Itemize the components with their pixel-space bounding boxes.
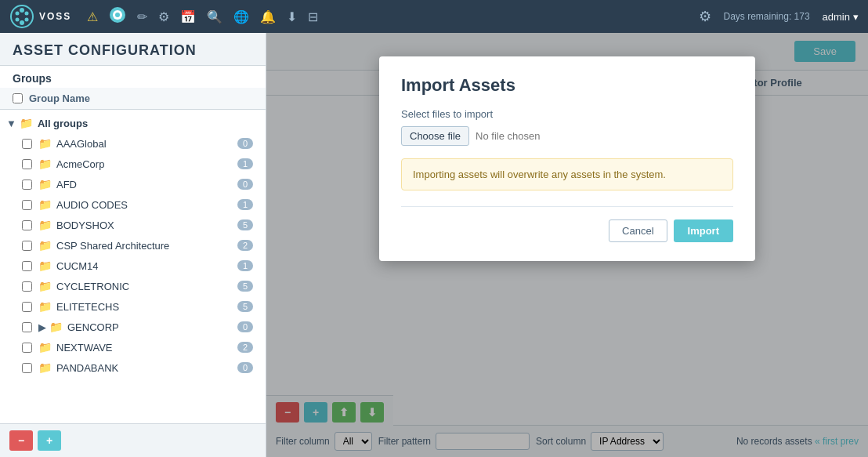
group-checkbox[interactable] — [22, 241, 32, 251]
add-group-button[interactable]: + — [38, 430, 61, 451]
folder-icon: 📁 — [38, 259, 52, 272]
group-checkbox[interactable] — [22, 261, 32, 271]
admin-chevron-icon: ▾ — [853, 11, 859, 23]
sidebar-header: ASSET CONFIGURATION — [0, 33, 266, 66]
modal-title: Import Assets — [401, 75, 733, 96]
folder-icon: 📁 — [20, 117, 33, 129]
list-item[interactable]: ▶ 📁 GENCORP 0 — [0, 317, 266, 337]
warning-message: Importing assets will overwrite any asse… — [401, 158, 733, 190]
folder-icon: 📁 — [38, 361, 52, 374]
list-item[interactable]: 📁 BODYSHOX 5 — [0, 215, 266, 235]
modal-divider — [401, 206, 733, 207]
modal-actions: Cancel Import — [401, 219, 733, 242]
svg-point-4 — [20, 20, 24, 25]
sidebar: ASSET CONFIGURATION Groups Group Name ▼ … — [0, 33, 266, 457]
search-icon[interactable]: 🔍 — [207, 9, 222, 24]
admin-menu[interactable]: admin ▾ — [823, 11, 859, 23]
list-item[interactable]: 📁 NEXTWAVE 2 — [0, 337, 266, 357]
group-name-header: Group Name — [0, 88, 266, 110]
all-groups-item[interactable]: ▼ 📁 All groups — [0, 113, 266, 133]
file-input-row: Choose file No file chosen — [401, 126, 733, 146]
cancel-button[interactable]: Cancel — [609, 219, 667, 242]
list-item[interactable]: 📁 ELITETECHS 5 — [0, 296, 266, 317]
list-item[interactable]: 📁 CYCLETRONIC 5 — [0, 276, 266, 296]
select-all-checkbox[interactable] — [13, 93, 23, 103]
page-title: ASSET CONFIGURATION — [13, 42, 253, 59]
groups-label: Groups — [0, 66, 266, 88]
network-icon[interactable]: 🌐 — [233, 9, 249, 24]
calendar-icon[interactable]: 📅 — [180, 9, 196, 24]
list-item[interactable]: 📁 AUDIO CODES 1 — [0, 194, 266, 215]
folder-icon: 📁 — [49, 321, 63, 333]
group-checkbox[interactable] — [22, 281, 32, 292]
import-button[interactable]: Import — [674, 219, 733, 242]
svg-point-6 — [16, 12, 20, 16]
group-checkbox[interactable] — [22, 322, 32, 332]
list-item[interactable]: 📁 PANDABANK 0 — [0, 357, 266, 378]
import-assets-modal: Import Assets Select files to import Cho… — [379, 56, 755, 261]
group-checkbox[interactable] — [22, 200, 32, 210]
bell-icon[interactable]: 🔔 — [260, 9, 276, 24]
logo-text: VOSS — [39, 11, 71, 22]
monitoring-icon[interactable] — [109, 6, 126, 27]
folder-icon: 📁 — [38, 239, 52, 252]
folder-icon: 📁 — [38, 158, 52, 170]
group-checkbox[interactable] — [22, 343, 32, 353]
list-item[interactable]: 📁 CUCM14 1 — [0, 256, 266, 276]
groups-list: ▼ 📁 All groups 📁 AAAGlobal 0 📁 AcmeCorp … — [0, 110, 266, 423]
expand-right-icon: ▶ — [38, 321, 46, 333]
svg-point-1 — [20, 8, 24, 13]
folder-icon: 📁 — [38, 178, 52, 190]
folder-icon: 📁 — [38, 280, 52, 292]
modal-overlay: Import Assets Select files to import Cho… — [266, 33, 868, 457]
folder-icon: 📁 — [38, 300, 52, 313]
folder-icon: 📁 — [38, 341, 52, 354]
nav-icons: ⚠ ✏ ⚙ 📅 🔍 🌐 🔔 ⬇ ⊟ — [87, 6, 698, 27]
svg-point-9 — [115, 13, 120, 17]
layers-icon[interactable]: ⊟ — [308, 9, 318, 24]
list-item[interactable]: 📁 AFD 0 — [0, 174, 266, 194]
group-checkbox[interactable] — [22, 220, 32, 230]
days-remaining: Days remaining: 173 — [724, 11, 810, 22]
warning-icon[interactable]: ⚠ — [87, 9, 98, 24]
list-item[interactable]: 📁 CSP Shared Architecture 2 — [0, 235, 266, 256]
folder-icon: 📁 — [38, 137, 52, 150]
choose-file-button[interactable]: Choose file — [401, 126, 469, 146]
download-icon[interactable]: ⬇ — [287, 9, 297, 24]
group-checkbox[interactable] — [22, 302, 32, 312]
logo: VOSS — [9, 4, 71, 29]
svg-point-3 — [25, 18, 29, 22]
group-checkbox[interactable] — [22, 159, 32, 169]
remove-group-button[interactable]: − — [9, 430, 33, 451]
main-layout: ASSET CONFIGURATION Groups Group Name ▼ … — [0, 33, 868, 457]
main-content: Save Type Monitor Profile Filter column … — [266, 33, 868, 457]
folder-icon: 📁 — [38, 219, 52, 231]
group-checkbox[interactable] — [22, 180, 32, 190]
list-item[interactable]: 📁 AcmeCorp 1 — [0, 154, 266, 174]
group-checkbox[interactable] — [22, 363, 32, 373]
nav-right: ⚙ Days remaining: 173 admin ▾ — [699, 8, 859, 25]
expand-icon: ▼ — [6, 118, 16, 129]
settings-icon[interactable]: ⚙ — [699, 8, 711, 25]
group-checkbox[interactable] — [22, 139, 32, 149]
edit-icon[interactable]: ✏ — [137, 9, 147, 24]
folder-icon: 📁 — [38, 198, 52, 211]
select-files-label: Select files to import — [401, 108, 733, 120]
list-item[interactable]: 📁 AAAGlobal 0 — [0, 133, 266, 154]
sliders-icon[interactable]: ⚙ — [158, 9, 169, 24]
top-nav: VOSS ⚠ ✏ ⚙ 📅 🔍 🌐 🔔 ⬇ ⊟ ⚙ Days remaining:… — [0, 0, 868, 33]
sidebar-bottom-toolbar: − + — [0, 423, 266, 457]
svg-point-5 — [16, 18, 20, 22]
svg-point-2 — [25, 12, 29, 16]
no-file-text: No file chosen — [476, 130, 540, 142]
